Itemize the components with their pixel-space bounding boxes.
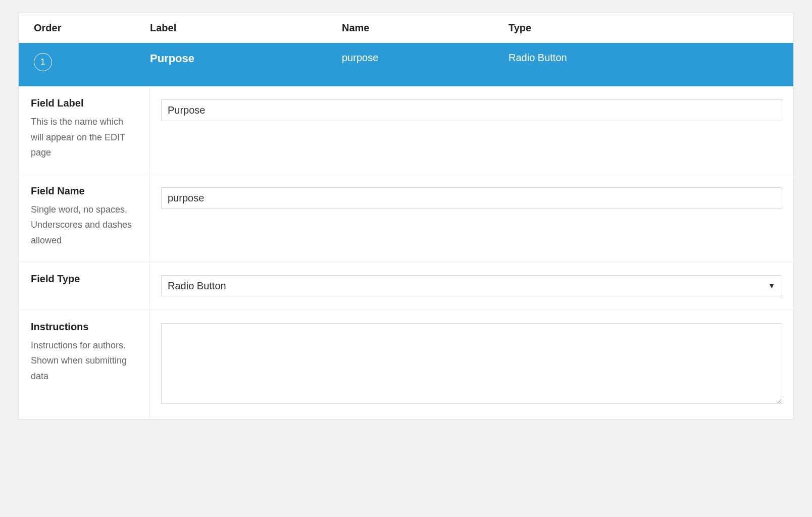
setting-desc: Single word, no spaces. Underscores and … — [31, 202, 137, 248]
setting-label: Instructions — [31, 321, 137, 333]
field-row[interactable]: 1 Purpose purpose Radio Button — [19, 43, 793, 86]
setting-desc: This is the name which will appear on th… — [31, 114, 137, 161]
field-settings: Field Label This is the name which will … — [19, 86, 793, 419]
field-group-editor: Order Label Name Type 1 Purpose purpose … — [18, 13, 794, 420]
header-name: Name — [342, 22, 509, 34]
table-header: Order Label Name Type — [19, 13, 793, 43]
field-name-input[interactable] — [161, 187, 782, 209]
header-order: Order — [19, 22, 150, 34]
label-cell: Purpose — [150, 52, 342, 65]
field-type-select-wrap: Radio Button ▼ — [161, 275, 782, 296]
order-badge: 1 — [34, 53, 52, 71]
header-type: Type — [509, 22, 793, 34]
field-label-input[interactable] — [161, 99, 782, 121]
order-cell: 1 — [19, 52, 150, 71]
name-cell: purpose — [342, 52, 509, 64]
setting-label: Field Type — [31, 273, 137, 285]
setting-desc: Instructions for authors. Shown when sub… — [31, 338, 137, 384]
setting-label: Field Name — [31, 185, 137, 197]
setting-label: Field Label — [31, 97, 137, 109]
field-type-select[interactable]: Radio Button — [161, 275, 782, 296]
type-cell: Radio Button — [509, 52, 793, 64]
header-label: Label — [150, 22, 342, 34]
instructions-textarea[interactable] — [161, 323, 782, 404]
